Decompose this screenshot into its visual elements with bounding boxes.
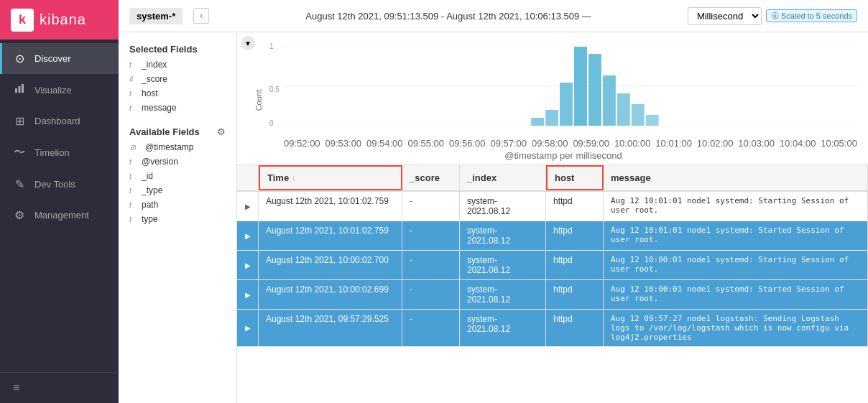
cell-index-1: system-2021.08.12 [460,192,546,221]
selected-fields-title: Selected Fields [119,40,236,57]
cell-index-3: system-2021.08.12 [460,251,546,279]
x-tick-9: 10:01:00 [655,138,692,149]
index-col-header[interactable]: _index [460,165,546,190]
row-expand-3[interactable]: ▶ [237,251,259,279]
score-col-header[interactable]: _score [402,165,460,190]
x-tick-10: 10:02:00 [697,138,734,149]
selected-field-message[interactable]: t message [119,101,236,115]
cell-score-5: - [402,310,460,346]
cell-message-2: Aug 12 10:01:01 node1 systemd: Started S… [604,221,868,250]
message-col-label: message [611,172,651,183]
field-type-doctype: t [129,187,138,195]
cell-time-2: August 12th 2021, 10:01:02.759 [259,221,402,250]
visualize-icon [13,83,26,97]
host-col-header[interactable]: host [546,165,604,190]
field-name-timestamp: @timestamp [145,142,226,152]
sidebar-item-visualize[interactable]: Visualize [0,74,119,106]
chart-collapse-button[interactable]: ▼ [241,36,255,50]
available-fields-gear-icon[interactable]: ⚙ [217,126,226,137]
available-field-doctype[interactable]: t _type [119,183,236,198]
cell-time-5: August 12th 2021, 09:57:29.525 [259,310,402,346]
table-row: ▶ August 12th 2021, 10:01:02.759 - syste… [237,192,868,221]
svg-rect-9 [574,47,587,126]
table-row: ▶ August 12th 2021, 09:57:29.525 - syste… [237,310,868,347]
svg-rect-1 [19,86,21,93]
sidebar-item-dashboard[interactable]: ⊞ Dashboard [0,106,119,136]
x-tick-4: 09:56:00 [449,138,486,149]
row-expand-5[interactable]: ▶ [237,310,259,346]
cell-message-1: Aug 12 10:01:01 node1 systemd: Starting … [604,192,868,221]
sidebar-item-discover[interactable]: ⊙ Discover [0,43,119,74]
collapse-button[interactable]: ‹ [193,8,209,24]
time-range-display: August 12th 2021, 09:51:13.509 - August … [220,11,677,22]
sidebar-bottom-toggle[interactable]: ≡ [0,372,119,403]
sidebar-item-timelion[interactable]: 〜 Timelion [0,136,119,169]
management-icon: ⚙ [13,208,26,222]
cell-index-5: system-2021.08.12 [460,310,546,346]
selected-field-host[interactable]: t host [119,86,236,101]
available-fields-header: Available Fields ⚙ [119,122,236,140]
field-name-type: type [142,214,226,224]
x-tick-0: 09:52:00 [284,138,320,149]
timestamp-type-icon: ⊙ [129,143,138,152]
main-area: system-* ‹ August 12th 2021, 09:51:13.50… [119,0,868,403]
time-col-header[interactable]: Time ↓ [259,165,402,190]
selected-fields-list: t _index # _score t host t message [119,57,236,115]
sort-down-icon: ↓ [292,174,295,182]
cell-index-4: system-2021.08.12 [460,280,546,309]
cell-host-1: httpd [546,192,604,221]
available-fields-title: Available Fields [129,126,200,137]
sidebar-item-management[interactable]: ⚙ Management [0,200,119,231]
field-type-t: t [129,61,138,69]
cell-message-3: Aug 12 10:00:01 node1 systemd: Starting … [604,251,868,279]
svg-rect-2 [22,84,24,93]
histogram-chart [284,47,857,126]
cell-score-1: - [402,192,460,221]
field-type-type: t [129,216,138,223]
cell-message-5: Aug 12 09:57:27 node1 logstash: Sending … [604,310,868,346]
sidebar: k kibana ⊙ Discover Visualize ⊞ Dashboar… [0,0,119,403]
svg-rect-11 [603,75,616,126]
chart-y-label: Count [254,90,263,111]
row-expand-1[interactable]: ▶ [237,192,259,221]
available-field-timestamp[interactable]: ⊙ @timestamp add [119,140,236,154]
sidebar-item-devtools-label: Dev Tools [34,179,75,190]
host-col-label: host [555,172,574,183]
available-field-id[interactable]: t _id [119,169,236,183]
available-field-type[interactable]: t type [119,212,236,226]
field-type-path: t [129,201,138,209]
selected-field-score[interactable]: # _score [119,72,236,86]
right-panel: ▼ Count 1 0.5 0 [237,32,868,403]
cell-time-1: August 12th 2021, 10:01:02.759 [259,192,402,221]
available-field-path[interactable]: t path [119,198,236,212]
row-expand-4[interactable]: ▶ [237,280,259,309]
topbar: system-* ‹ August 12th 2021, 09:51:13.50… [119,0,868,32]
table-row: ▶ August 12th 2021, 10:00:02.700 - syste… [237,251,868,280]
field-type-id: t [129,172,138,180]
message-col-header[interactable]: message [604,165,868,190]
x-tick-5: 09:57:00 [490,138,527,149]
dashboard-icon: ⊞ [13,114,26,128]
row-expand-2[interactable]: ▶ [237,221,259,250]
x-tick-7: 09:59:00 [573,138,609,149]
available-fields-section: Available Fields ⚙ ⊙ @timestamp add t @v… [119,122,236,226]
interval-select[interactable]: Millisecond Second Minute [688,7,762,25]
sidebar-item-devtools[interactable]: ✎ Dev Tools [0,169,119,200]
index-pattern-label: system-* [129,8,183,24]
field-type-hash: # [129,75,138,83]
time-interval-section: Millisecond Second Minute 🛈 Scaled to 5 … [688,7,857,25]
devtools-icon: ✎ [13,177,26,191]
logo-area: k kibana [0,0,119,40]
field-type-t3: t [129,104,138,112]
field-name-id: _id [142,171,226,181]
x-tick-2: 09:54:00 [366,138,403,149]
field-name-score: _score [142,74,226,84]
selected-field-index[interactable]: t _index [119,57,236,72]
cell-host-3: httpd [546,251,604,279]
results-table: Time ↓ _score _index host message [237,165,868,403]
cell-score-4: - [402,280,460,309]
x-tick-11: 10:03:00 [738,138,775,149]
x-tick-6: 09:58:00 [532,138,568,149]
available-field-version[interactable]: t @version [119,154,236,169]
field-name-index: _index [142,60,226,70]
